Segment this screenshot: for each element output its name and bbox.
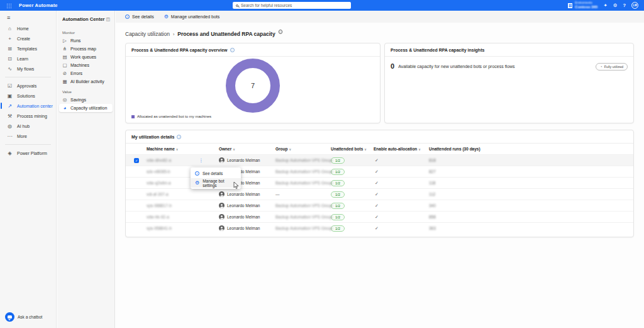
unattended-runs-cell: 818 (429, 158, 633, 162)
col-group[interactable]: Group∨ (275, 147, 331, 151)
divider (5, 144, 51, 145)
machine-name-cell: vdw-dbvdt2-a (147, 158, 199, 162)
auto-allocation-check-icon: ✓ (374, 169, 429, 174)
panel-item-label: Savings (70, 98, 86, 102)
nav-item[interactable]: ⋯ More (0, 131, 56, 141)
capacity-donut-chart: 7 (226, 59, 280, 113)
clock-icon: ◔ (600, 65, 602, 69)
nav-item[interactable]: ⌂ Home (0, 23, 56, 33)
col-enable-auto-allocation[interactable]: Enable auto-allocation∨ (374, 147, 429, 151)
nav-item[interactable]: ⊞ Templates (0, 43, 56, 54)
owner-avatar-icon (219, 225, 225, 231)
legend-swatch (131, 115, 135, 118)
panel-item-label: Work queues (70, 55, 96, 59)
nav-item-label: My flows (17, 67, 34, 71)
nav-item[interactable]: ∿ My flows (0, 64, 56, 74)
row-checkbox[interactable] (134, 158, 139, 163)
learn-icon: ⊡ (7, 56, 13, 62)
col-unattended-runs: Unattended runs (30 days) (429, 147, 633, 151)
gear-icon (195, 180, 199, 186)
solutions-icon: ▣ (7, 93, 13, 99)
table-row[interactable]: vps-988817-b ⋮ Leonardo Melman Backup Au… (126, 200, 633, 211)
chart-legend: Allocated as unattended bot to my machin… (131, 115, 211, 118)
nav-item[interactable]: ◈ Power Platform (0, 148, 56, 158)
help-icon[interactable]: ? (623, 3, 626, 8)
settings-gear-icon[interactable]: ⚙ (613, 3, 618, 8)
col-unattended-bots[interactable]: Unattended bots∨ (331, 147, 374, 151)
unattended-runs-cell: 340 (429, 203, 633, 208)
panel-item[interactable]: ▤ Work queues (59, 53, 113, 61)
see-details-button[interactable]: See details (125, 14, 154, 19)
sort-chevron-icon: ∨ (233, 147, 235, 151)
automation-center-panel: Automation Center ◫ Monitor ▷ Runs ⋔ Pro… (57, 11, 115, 328)
group-cell: Backup Automation VPS Group (275, 158, 331, 162)
panel-item[interactable]: ◎ Savings (59, 96, 113, 104)
capacity-utilization-icon: ◕ (62, 105, 67, 111)
machine-name-cell: vps-958841-b (147, 226, 199, 230)
group-cell: Backup Automation VPS Group (275, 181, 331, 185)
nav-item-label: Power Platform (17, 151, 47, 156)
app-title[interactable]: Power Automate (19, 3, 58, 8)
section-label-value: Value (57, 86, 114, 96)
environment-picker[interactable]: Environments Contoso 365 (568, 1, 597, 9)
nav-item[interactable]: + Create (0, 33, 56, 43)
command-bar: See details Manage unattended bots (116, 11, 644, 23)
machine-name-cell: vdw-hk-92-a (147, 215, 199, 219)
col-owner[interactable]: Owner∨ (219, 147, 275, 151)
power-platform-icon: ◈ (7, 150, 13, 156)
panel-item[interactable]: ◕ Capacity utilization (59, 104, 113, 112)
unattended-bots-badge: 1/2 (331, 203, 345, 209)
sparkle-icon[interactable]: ✦ (603, 3, 607, 8)
nav-item[interactable]: ▣ Solutions (0, 91, 56, 101)
chatbot-label: Ask a chatbot (18, 315, 42, 319)
global-search[interactable] (233, 2, 351, 9)
table-row[interactable]: vdw-hk-92-a ⋮ Leonardo Melman Backup Aut… (126, 211, 633, 222)
panel-item[interactable]: ▷ Runs (59, 37, 113, 45)
app-launcher-icon[interactable] (6, 3, 11, 8)
machines-icon: ▢ (62, 62, 67, 68)
legend-label: Allocated as unattended bot to my machin… (137, 115, 211, 118)
fully-utilized-badge: ◔ Fully utilized (596, 63, 628, 71)
approvals-icon: ☑ (7, 83, 13, 89)
user-avatar[interactable]: LM (631, 2, 638, 9)
panel-item[interactable]: ⋔ Process map (59, 45, 113, 53)
breadcrumb: Capacity utilization › Process and Unatt… (125, 31, 644, 37)
table-row[interactable]: vdw-dbvdt2-a ⋮ Leonardo Melman Backup Au… (126, 154, 633, 166)
nav-collapse-icon[interactable]: ≡ (0, 11, 56, 23)
search-input[interactable] (241, 3, 341, 8)
group-cell: Backup Automation VPS Group (275, 203, 331, 208)
auto-allocation-check-icon: ✓ (374, 158, 429, 163)
panel-item[interactable]: ▦ AI Builder activity (59, 77, 113, 86)
topbar: Power Automate Environments Contoso 365 … (0, 0, 644, 11)
ask-chatbot-button[interactable]: Ask a chatbot (5, 312, 42, 322)
col-machine-name[interactable]: Machine name∨ (147, 147, 199, 151)
savings-icon: ◎ (62, 97, 67, 103)
manage-unattended-bots-button[interactable]: Manage unattended bots (164, 14, 220, 20)
auto-allocation-check-icon: ✓ (374, 181, 429, 186)
left-nav-rail: ≡ ⌂ Home + Create ⊞ Templates ⊡ Learn (0, 11, 57, 328)
process-mining-icon: ⚒ (7, 113, 13, 119)
nav-item[interactable]: ◍ AI hub (0, 121, 56, 131)
capacity-overview-card: Process & Unattended RPA capacity overvi… (125, 43, 380, 123)
panel-item[interactable]: ▢ Machines (59, 61, 113, 69)
unattended-runs-cell: 363 (429, 226, 633, 230)
capacity-insights-card: Process & Unattended RPA capacity insigh… (384, 43, 634, 123)
environment-name: Contoso 365 (575, 5, 597, 9)
collapse-panel-icon[interactable]: ◫ (106, 17, 110, 22)
panel-item[interactable]: ⊘ Errors (59, 69, 113, 77)
table-row[interactable]: vdi-af-307-a ⋮ Leonardo Melman — 1/2 ✓ 1… (126, 188, 633, 200)
breadcrumb-parent[interactable]: Capacity utilization (125, 31, 170, 37)
panel-item-label: Capacity utilization (70, 106, 107, 110)
menu-item-see-details[interactable]: See details (191, 169, 241, 178)
info-icon[interactable] (177, 135, 181, 139)
nav-item[interactable]: ↗ Automation center (0, 101, 56, 111)
unattended-runs-cell: 112 (429, 192, 633, 196)
nav-item[interactable]: ⊡ Learn (0, 54, 56, 64)
info-icon[interactable] (230, 48, 235, 52)
table-row[interactable]: vps-958841-b ⋮ Leonardo Melman Backup Au… (126, 222, 633, 234)
info-icon[interactable] (279, 30, 283, 34)
mouse-cursor-icon (233, 182, 239, 189)
nav-item[interactable]: ☑ Approvals (0, 81, 56, 91)
nav-item[interactable]: ⚒ Process mining (0, 111, 56, 121)
row-more-icon[interactable]: ⋮ (199, 157, 204, 163)
